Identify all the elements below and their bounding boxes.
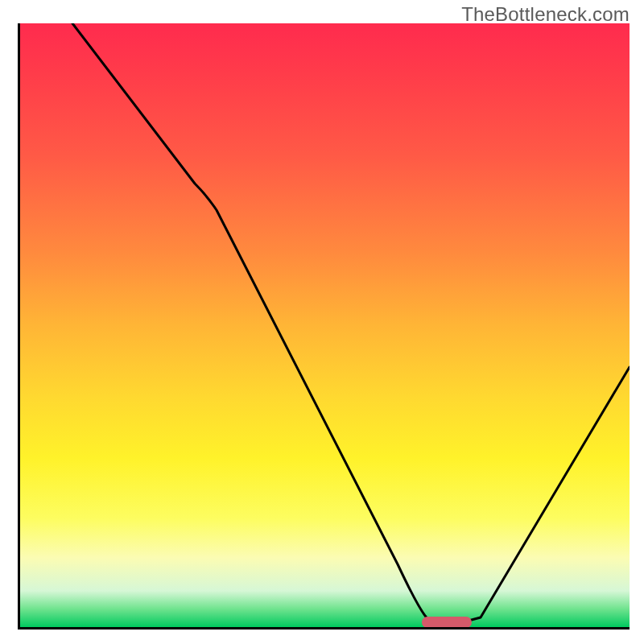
watermark-text: TheBottleneck.com (461, 3, 630, 26)
gradient-background (20, 23, 630, 627)
chart-container: TheBottleneck.com (0, 0, 644, 644)
y-axis (18, 23, 20, 630)
trough-marker (422, 617, 472, 628)
plot-area (18, 23, 630, 630)
x-axis (18, 627, 630, 630)
